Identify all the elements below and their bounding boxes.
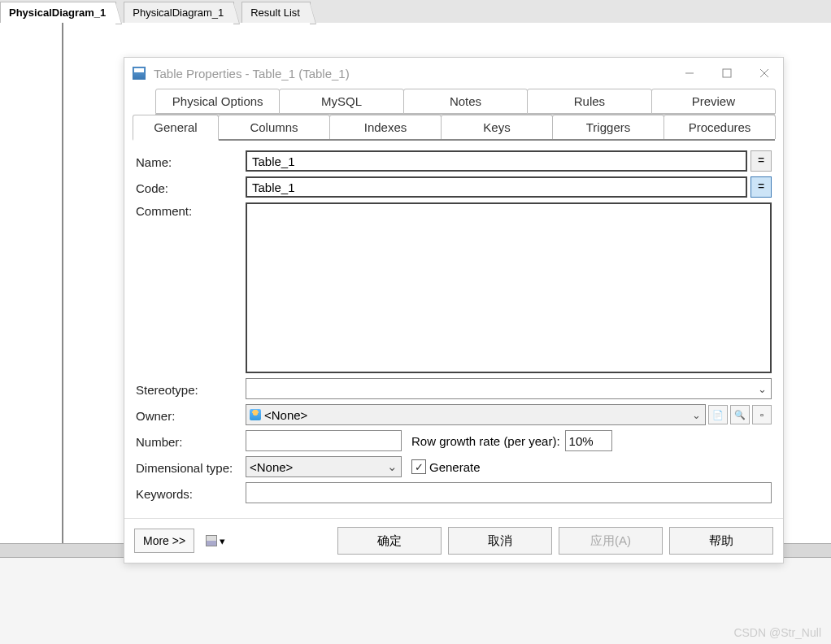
chevron-down-icon: ▾ [220,535,225,547]
number-input[interactable] [246,430,402,451]
tab-columns[interactable]: Columns [218,115,330,139]
dialog-footer: More >> ▾ 确定 取消 应用(A) 帮助 [124,518,783,563]
bg-tab-0[interactable]: PhysicalDiagram_1 [0,2,116,23]
chevron-down-icon: ⌄ [756,383,768,395]
table-icon [133,67,146,80]
tab-physical-options[interactable]: Physical Options [155,89,280,114]
number-label: Number: [136,433,246,449]
owner-properties-button[interactable]: 🔍 [730,405,750,424]
background-tab-bar: PhysicalDiagram_1 PhysicalDiagram_1 Resu… [0,0,831,23]
tab-triggers[interactable]: Triggers [552,115,664,139]
dialog-titlebar: Table Properties - Table_1 (Table_1) [124,58,783,89]
bg-tab-2[interactable]: Result List [241,2,311,23]
chevron-down-icon: ⌄ [690,409,702,421]
stereotype-label: Stereotype: [136,381,246,397]
maximize-button[interactable] [708,60,746,86]
stereotype-select[interactable]: ⌄ [246,378,772,399]
code-label: Code: [136,180,246,195]
keywords-input[interactable] [246,482,772,503]
tab-indexes[interactable]: Indexes [329,115,442,139]
more-button[interactable]: More >> [134,529,194,553]
keywords-label: Keywords: [136,485,246,501]
tab-preview[interactable]: Preview [651,89,776,114]
user-icon [250,409,261,420]
general-form: Name: = Code: = Comment: Stereotype: ⌄ O… [124,141,783,518]
background-ruler [0,23,63,543]
tab-rules[interactable]: Rules [527,89,651,114]
menu-dropdown-button[interactable]: ▾ [201,532,230,550]
bg-tab-1[interactable]: PhysicalDiagram_1 [124,2,234,23]
rowgrowth-input[interactable] [565,430,612,451]
table-properties-dialog: Table Properties - Table_1 (Table_1) Phy… [124,57,784,564]
owner-label: Owner: [136,407,246,423]
dialog-title: Table Properties - Table_1 (Table_1) [154,67,671,80]
dialog-tab-row-1: Physical Options MySQL Notes Rules Previ… [155,89,775,115]
generate-label: Generate [429,460,481,474]
dialog-tab-row-2: General Columns Indexes Keys Triggers Pr… [133,115,775,141]
menu-icon [206,535,217,546]
rowgrowth-label: Row growth rate (per year): [411,434,560,448]
tab-notes[interactable]: Notes [403,89,528,114]
owner-create-button[interactable]: ▫ [752,405,772,424]
tab-mysql[interactable]: MySQL [279,89,403,114]
owner-select[interactable]: <None> ⌄ [246,404,706,425]
cancel-button[interactable]: 取消 [448,527,552,555]
tab-general[interactable]: General [133,115,219,141]
chevron-down-icon: ⌄ [386,459,398,474]
dimtype-select[interactable]: <None> ⌄ [246,456,402,477]
tab-procedures[interactable]: Procedures [663,115,776,139]
ok-button[interactable]: 确定 [337,527,442,555]
generate-checkbox[interactable] [411,459,426,474]
dimtype-value: <None> [250,460,386,474]
code-sync-button[interactable]: = [751,176,772,198]
code-input[interactable] [246,176,747,198]
name-input[interactable] [246,150,747,172]
name-label: Name: [136,154,246,169]
dimtype-label: Dimensional type: [136,459,246,475]
watermark: CSDN @Str_Null [733,626,821,639]
comment-label: Comment: [136,202,246,218]
apply-button[interactable]: 应用(A) [559,527,663,555]
close-button[interactable] [746,60,783,86]
tab-keys[interactable]: Keys [441,115,553,139]
owner-value: <None> [264,408,690,422]
owner-browse-button[interactable]: 📄 [708,405,728,424]
minimize-button[interactable] [671,60,708,86]
comment-textarea[interactable] [246,202,772,373]
svg-rect-1 [723,69,731,77]
name-sync-button[interactable]: = [751,150,772,172]
help-button[interactable]: 帮助 [669,527,773,555]
